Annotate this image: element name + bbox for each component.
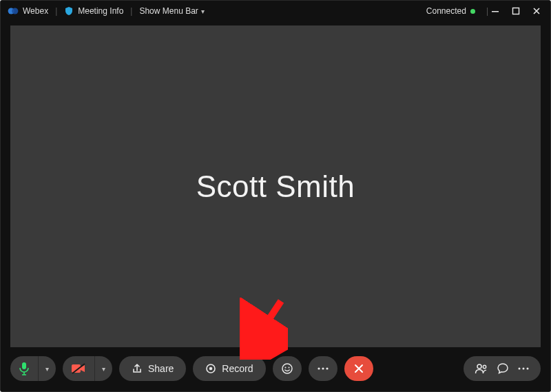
status-label: Connected <box>426 6 466 16</box>
maximize-button[interactable] <box>512 7 523 15</box>
more-icon <box>317 367 329 371</box>
participants-panel-button[interactable] <box>475 363 488 374</box>
video-stage: Scott Smith <box>10 25 541 347</box>
record-button[interactable]: Record <box>193 356 265 381</box>
end-meeting-button[interactable] <box>344 356 373 381</box>
camera-split-button[interactable]: ▾ <box>63 356 112 381</box>
close-window-button[interactable] <box>532 7 543 15</box>
control-bar: ▾ ▾ <box>1 350 550 391</box>
chat-icon <box>497 362 509 375</box>
share-label: Share <box>148 363 174 374</box>
self-view-box-icon <box>267 334 275 342</box>
more-options-button[interactable] <box>309 356 337 381</box>
svg-point-16 <box>284 367 286 369</box>
svg-rect-8 <box>22 362 26 369</box>
microphone-toggle[interactable] <box>10 356 38 381</box>
separator: | <box>127 6 135 16</box>
camera-off-icon <box>71 363 86 374</box>
svg-rect-4 <box>267 334 274 340</box>
svg-point-20 <box>326 367 328 369</box>
window-controls <box>491 7 543 15</box>
mute-split-button[interactable]: ▾ <box>10 356 56 381</box>
shield-icon <box>64 6 74 16</box>
audio-options-button[interactable]: ▾ <box>38 356 56 381</box>
chat-panel-button[interactable] <box>497 362 509 375</box>
chevron-down-icon: ▾ <box>45 365 49 373</box>
svg-rect-3 <box>513 8 519 14</box>
close-icon <box>354 364 364 373</box>
emoji-icon <box>281 362 293 375</box>
chevron-down-icon: ▾ <box>201 8 205 15</box>
camera-toggle[interactable] <box>63 356 94 381</box>
svg-point-23 <box>519 368 521 370</box>
svg-point-21 <box>477 364 481 369</box>
app-window: Webex | Meeting Info | Show Menu Bar ▾ C… <box>0 0 551 392</box>
svg-point-19 <box>322 367 324 369</box>
panel-more-button[interactable] <box>517 367 530 371</box>
app-name-label: Webex <box>23 6 48 16</box>
participants-icon <box>475 363 488 374</box>
status-dot-icon <box>470 9 475 14</box>
svg-point-25 <box>527 368 529 370</box>
chevron-down-icon: ▾ <box>102 365 105 373</box>
panel-controls <box>464 356 541 381</box>
participant-name: Scott Smith <box>196 169 355 204</box>
separator: | <box>52 6 60 16</box>
svg-point-15 <box>282 364 292 373</box>
self-view-status <box>267 333 284 342</box>
separator: | <box>484 6 491 16</box>
svg-point-1 <box>12 8 18 14</box>
reactions-button[interactable] <box>273 356 302 381</box>
svg-point-24 <box>523 368 525 370</box>
svg-point-14 <box>209 367 213 371</box>
menu-bar-label: Show Menu Bar <box>139 6 198 16</box>
show-menu-bar-button[interactable]: Show Menu Bar ▾ <box>139 6 204 16</box>
share-icon <box>132 363 143 374</box>
mic-muted-icon <box>278 333 284 342</box>
svg-point-22 <box>483 365 486 368</box>
title-bar-left: Webex | Meeting Info | Show Menu Bar ▾ <box>8 6 205 17</box>
share-button[interactable]: Share <box>119 356 186 381</box>
more-icon <box>517 367 530 371</box>
record-label: Record <box>222 363 253 374</box>
svg-point-17 <box>288 367 289 369</box>
svg-point-18 <box>318 367 320 369</box>
microphone-icon <box>19 362 30 375</box>
svg-rect-2 <box>492 11 499 12</box>
webex-logo-icon <box>8 6 19 17</box>
title-bar: Webex | Meeting Info | Show Menu Bar ▾ C… <box>1 1 550 21</box>
video-options-button[interactable]: ▾ <box>94 356 112 381</box>
meeting-info-button[interactable]: Meeting Info <box>78 6 123 16</box>
record-icon <box>205 363 216 374</box>
minimize-button[interactable] <box>491 7 502 15</box>
connection-status: Connected <box>426 6 475 16</box>
